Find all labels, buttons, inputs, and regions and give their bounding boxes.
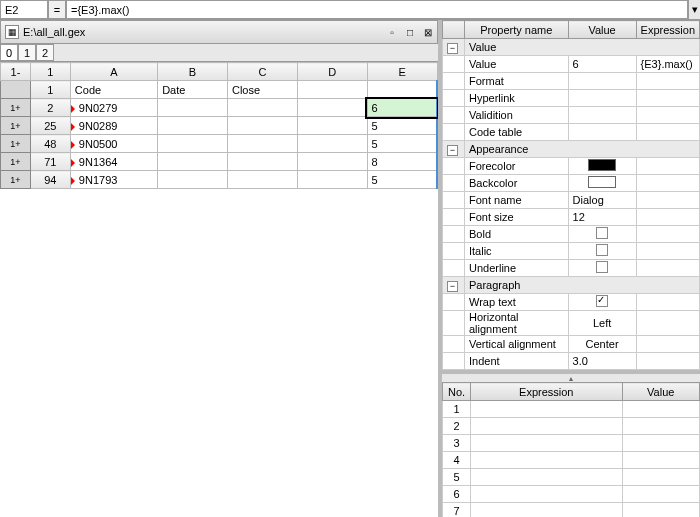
prop-value[interactable]: 6: [568, 56, 636, 73]
cell-B1[interactable]: Date: [158, 81, 228, 99]
prop-expr[interactable]: {E3}.max(): [636, 56, 699, 73]
watch-row-no[interactable]: 2: [443, 418, 471, 435]
prop-value[interactable]: Left: [568, 311, 636, 336]
formula-input[interactable]: ={E3}.max(): [66, 0, 688, 19]
sheet-tab-1[interactable]: 1: [18, 44, 36, 61]
row-number[interactable]: 25: [30, 117, 70, 135]
group-expand[interactable]: 1+: [1, 135, 31, 153]
prop-label: Wrap text: [465, 294, 569, 311]
watch-table[interactable]: No. Expression Value 1 2 3 4 5 6 7 8 9: [442, 382, 700, 517]
cell[interactable]: 9N1793: [70, 171, 157, 189]
cell-selected[interactable]: 6: [367, 99, 437, 117]
bold-checkbox[interactable]: [568, 226, 636, 243]
cell[interactable]: 8: [367, 153, 437, 171]
col-header-rownum[interactable]: 1: [30, 63, 70, 81]
watch-row-no[interactable]: 3: [443, 435, 471, 452]
section-paragraph[interactable]: Paragraph: [465, 277, 700, 294]
forecolor-swatch[interactable]: [568, 158, 636, 175]
prop-label: Horizontal alignment: [465, 311, 569, 336]
watch-row-no[interactable]: 1: [443, 401, 471, 418]
watch-row-no[interactable]: 5: [443, 469, 471, 486]
cell[interactable]: [297, 153, 367, 171]
row-number[interactable]: 48: [30, 135, 70, 153]
watch-row-no[interactable]: 6: [443, 486, 471, 503]
cell[interactable]: [297, 117, 367, 135]
property-table[interactable]: Property name Value Expression −Value Va…: [442, 20, 700, 370]
row-number[interactable]: 2: [30, 99, 70, 117]
cell[interactable]: [158, 171, 228, 189]
cell-A1[interactable]: Code: [70, 81, 157, 99]
section-value[interactable]: Value: [465, 39, 700, 56]
col-header-D[interactable]: D: [297, 63, 367, 81]
col-header-C[interactable]: C: [227, 63, 297, 81]
sheet-tab-2[interactable]: 2: [36, 44, 54, 61]
cell[interactable]: 9N0279: [70, 99, 157, 117]
prop-value[interactable]: 12: [568, 209, 636, 226]
row-number[interactable]: 94: [30, 171, 70, 189]
cell[interactable]: 9N1364: [70, 153, 157, 171]
cell[interactable]: [227, 135, 297, 153]
watch-header-expr[interactable]: Expression: [471, 383, 623, 401]
cell[interactable]: [227, 99, 297, 117]
cell[interactable]: 5: [367, 171, 437, 189]
close-icon[interactable]: ⊠: [421, 25, 435, 39]
cell[interactable]: [227, 171, 297, 189]
splitter-handle[interactable]: ▴: [442, 374, 700, 382]
grid-corner[interactable]: 1-: [1, 63, 31, 81]
group-toggle[interactable]: [1, 81, 31, 99]
col-header-A[interactable]: A: [70, 63, 157, 81]
col-header-B[interactable]: B: [158, 63, 228, 81]
group-expand[interactable]: 1+: [1, 99, 31, 117]
collapse-icon[interactable]: −: [447, 145, 458, 156]
collapse-icon[interactable]: −: [447, 281, 458, 292]
prop-value[interactable]: 3.0: [568, 353, 636, 370]
row-number[interactable]: 71: [30, 153, 70, 171]
group-expand[interactable]: 1+: [1, 117, 31, 135]
cell[interactable]: [297, 99, 367, 117]
cell[interactable]: 5: [367, 117, 437, 135]
spreadsheet-grid[interactable]: 1- 1 A B C D E 1 Code Date Close: [0, 62, 438, 189]
prop-header-expr[interactable]: Expression: [636, 21, 699, 39]
cell-D1[interactable]: [297, 81, 367, 99]
cell-E1[interactable]: [367, 81, 437, 99]
italic-checkbox[interactable]: [568, 243, 636, 260]
formula-dropdown-icon[interactable]: ▾: [688, 0, 700, 19]
cell[interactable]: [158, 135, 228, 153]
underline-checkbox[interactable]: [568, 260, 636, 277]
cell[interactable]: 9N0289: [70, 117, 157, 135]
prop-label: Italic: [465, 243, 569, 260]
minimize-icon[interactable]: ▫: [385, 25, 399, 39]
cell[interactable]: 5: [367, 135, 437, 153]
cell[interactable]: [227, 117, 297, 135]
cell[interactable]: [297, 171, 367, 189]
col-header-E[interactable]: E: [367, 63, 437, 81]
row-number[interactable]: 1: [30, 81, 70, 99]
collapse-icon[interactable]: −: [447, 43, 458, 54]
cell[interactable]: [297, 135, 367, 153]
cell[interactable]: [158, 117, 228, 135]
group-expand[interactable]: 1+: [1, 171, 31, 189]
prop-value[interactable]: Dialog: [568, 192, 636, 209]
watch-header-no[interactable]: No.: [443, 383, 471, 401]
cell[interactable]: 9N0500: [70, 135, 157, 153]
cell[interactable]: [227, 153, 297, 171]
watch-row-no[interactable]: 4: [443, 452, 471, 469]
prop-value[interactable]: Center: [568, 336, 636, 353]
spreadsheet-panel: ▦ E:\all_all.gex ▫ □ ⊠ 0 1 2 1- 1 A B C …: [0, 20, 442, 517]
prop-label: Font name: [465, 192, 569, 209]
cell-reference-box[interactable]: E2: [0, 0, 48, 19]
equals-button[interactable]: =: [48, 0, 66, 19]
maximize-icon[interactable]: □: [403, 25, 417, 39]
backcolor-swatch[interactable]: [568, 175, 636, 192]
prop-header-name[interactable]: Property name: [465, 21, 569, 39]
watch-row-no[interactable]: 7: [443, 503, 471, 518]
sheet-tab-0[interactable]: 0: [0, 44, 18, 61]
wraptext-checkbox[interactable]: [568, 294, 636, 311]
prop-header-value[interactable]: Value: [568, 21, 636, 39]
cell[interactable]: [158, 99, 228, 117]
cell[interactable]: [158, 153, 228, 171]
section-appearance[interactable]: Appearance: [465, 141, 700, 158]
cell-C1[interactable]: Close: [227, 81, 297, 99]
watch-header-val[interactable]: Value: [622, 383, 699, 401]
group-expand[interactable]: 1+: [1, 153, 31, 171]
